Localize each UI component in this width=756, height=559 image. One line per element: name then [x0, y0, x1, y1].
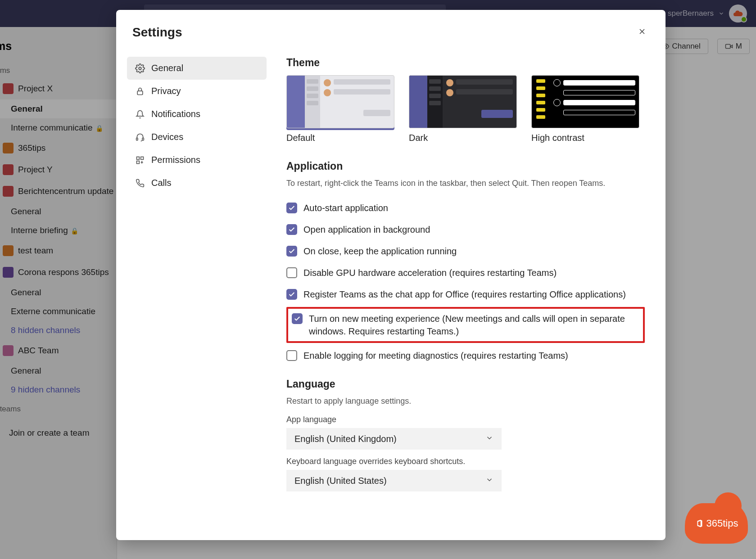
nav-general[interactable]: General [127, 57, 267, 80]
theme-preview-dark [409, 75, 517, 128]
app-language-dropdown[interactable]: English (United Kingdom) [286, 428, 502, 450]
checkbox-label: Disable GPU hardware acceleration (requi… [303, 266, 557, 279]
keyboard-language-dropdown[interactable]: English (United States) [286, 470, 502, 491]
svg-rect-8 [142, 138, 144, 140]
application-subtitle: To restart, right-click the Teams icon i… [286, 179, 645, 188]
checkbox[interactable] [292, 313, 303, 324]
checkbox-label: Register Teams as the chat app for Offic… [303, 288, 626, 301]
chevron-down-icon [485, 434, 493, 444]
svg-rect-6 [137, 91, 143, 95]
phone-icon [135, 178, 145, 188]
checkbox-row[interactable]: Disable GPU hardware acceleration (requi… [286, 262, 645, 284]
checkbox[interactable] [286, 203, 297, 213]
close-button[interactable] [635, 23, 649, 41]
keyboard-language-label: Keyboard language overrides keyboard sho… [286, 457, 645, 466]
headset-icon [135, 132, 145, 142]
svg-rect-10 [141, 157, 144, 159]
office-icon [695, 518, 705, 528]
checkbox[interactable] [286, 350, 297, 361]
checkbox-row[interactable]: Auto-start application [286, 197, 645, 219]
close-icon [638, 27, 647, 36]
application-title: Application [286, 160, 645, 172]
checkbox-label: On close, keep the application running [303, 245, 457, 257]
language-subtitle: Restart to apply language settings. [286, 397, 645, 406]
modal-title: Settings [132, 25, 182, 40]
checkbox-label: Turn on new meeting experience (New meet… [309, 312, 638, 338]
theme-preview-hc [531, 75, 639, 128]
theme-dark[interactable]: Dark [409, 75, 517, 143]
chevron-down-icon [485, 476, 493, 486]
nav-calls[interactable]: Calls [127, 171, 267, 194]
svg-rect-11 [137, 161, 140, 163]
checkbox-label: Open application in background [303, 223, 430, 236]
checkbox-row[interactable]: Enable logging for meeting diagnostics (… [286, 345, 645, 366]
checkbox-row[interactable]: Turn on new meeting experience (New meet… [286, 307, 645, 343]
theme-high-contrast[interactable]: High contrast [531, 75, 639, 143]
settings-nav: General Privacy Notifications Devices Pe… [127, 50, 267, 533]
checkbox-label: Enable logging for meeting diagnostics (… [303, 349, 568, 362]
gear-icon [135, 63, 145, 73]
checkbox-row[interactable]: Register Teams as the chat app for Offic… [286, 284, 645, 305]
checkbox[interactable] [286, 267, 297, 278]
lock-icon [135, 86, 145, 96]
checkbox-row[interactable]: On close, keep the application running [286, 240, 645, 262]
watermark-badge: 365tips [685, 503, 748, 544]
svg-point-5 [139, 67, 141, 70]
checkbox[interactable] [286, 289, 297, 300]
theme-default[interactable]: Default [286, 75, 394, 143]
checkbox-label: Auto-start application [303, 202, 388, 214]
theme-title: Theme [286, 57, 645, 69]
bell-icon [135, 109, 145, 119]
svg-rect-9 [137, 157, 140, 159]
svg-rect-7 [136, 138, 138, 140]
theme-preview-default [286, 75, 394, 128]
settings-content: Theme Default Dark [267, 50, 658, 533]
checkbox[interactable] [286, 246, 297, 257]
apps-icon [135, 155, 145, 165]
nav-devices[interactable]: Devices [127, 126, 267, 149]
nav-permissions[interactable]: Permissions [127, 149, 267, 171]
nav-privacy[interactable]: Privacy [127, 80, 267, 103]
checkbox-row[interactable]: Open application in background [286, 219, 645, 240]
language-title: Language [286, 378, 645, 390]
checkbox[interactable] [286, 224, 297, 235]
app-language-label: App language [286, 415, 645, 424]
nav-notifications[interactable]: Notifications [127, 103, 267, 126]
settings-modal: Settings General Privacy Notifications D… [116, 10, 665, 540]
